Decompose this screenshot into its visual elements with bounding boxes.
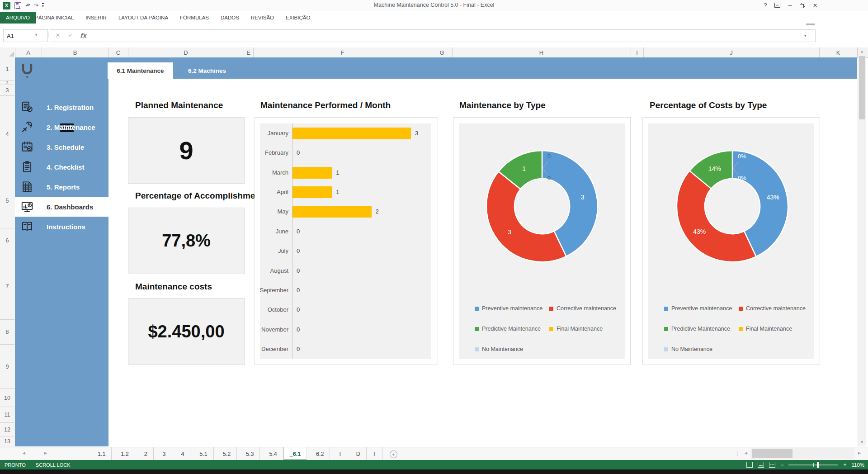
bar-value-label: 1 [336,189,339,195]
row-header-4[interactable]: 4 [0,96,14,173]
sidebar-item-3-schedule[interactable]: 3. Schedule [15,137,108,157]
sheet-tab-1-2[interactable]: _1.2 [112,447,135,460]
planned-maintenance-card: 9 [128,117,245,184]
sheet-tab-1-1[interactable]: _1.1 [89,447,112,460]
legend-label: Final Maintenance [746,326,792,332]
sidebar-item-6-dashboards[interactable]: 6. Dashboards [15,197,108,217]
help-icon[interactable]: ? [764,2,767,9]
formula-expand-icon[interactable]: ▾ [804,33,807,38]
name-box-dropdown-icon[interactable]: ▾ [35,33,37,37]
sheet-tab-5-3[interactable]: _5.3 [237,447,260,460]
hscroll-right-icon[interactable]: ► [857,450,862,455]
close-icon[interactable]: ✕ [813,2,817,9]
column-header-d[interactable]: D [128,47,244,57]
column-header-k[interactable]: K [819,47,858,57]
bar-segment [292,186,332,198]
zoom-slider[interactable] [788,465,838,465]
sheet-tab-6-2[interactable]: _6.2 [307,447,330,460]
sidebar-item-2-maintenance[interactable]: 2. Maintenance [15,117,108,137]
column-header-i[interactable]: I [631,47,644,57]
sheet-tab-i[interactable]: _I [330,447,347,460]
restore-icon[interactable] [800,3,805,8]
formula-input[interactable] [94,30,802,41]
page-layout-view-icon[interactable] [758,462,764,468]
sheet-tab-4[interactable]: _4 [172,447,191,460]
costs-value: $2.450,00 [148,322,224,341]
row-header-1[interactable]: 1 [0,57,14,81]
sheet-tab-5-2[interactable]: _5.2 [214,447,237,460]
column-header-g[interactable]: G [432,47,453,57]
row-header-8[interactable]: 8 [0,320,14,345]
sheet-nav-prev-icon[interactable]: ◄ [22,450,26,455]
sheet-tab-d[interactable]: _D [347,447,367,460]
column-header-h[interactable]: H [452,47,631,57]
zoom-in-icon[interactable]: + [843,462,846,468]
cancel-icon[interactable]: ✕ [52,30,64,41]
row-header-2[interactable]: 2 [0,81,14,85]
vertical-scrollbar[interactable]: ▲ ▼ [858,47,866,446]
zoom-slider-thumb[interactable] [817,462,819,468]
title-bar: X ↶▾ ↷▾ ▾ Machine Maintenance Control 5.… [0,0,868,11]
zoom-out-icon[interactable]: − [780,462,783,468]
normal-view-icon[interactable] [746,462,753,468]
legend-swatch [739,327,743,331]
sidebar-item-4-checklist[interactable]: 4. Checklist [15,157,108,177]
column-header-e[interactable]: E [244,47,254,57]
horizontal-scrollbar-thumb[interactable] [752,449,793,458]
column-header-a[interactable]: A [15,47,42,57]
accomplishment-value: 77,8% [162,231,211,251]
row-header-9[interactable]: 9 [0,345,14,389]
ribbon-tab-dados[interactable]: DADOS [215,12,245,24]
page-break-view-icon[interactable] [769,462,775,468]
legend-item-predictive-maintenance: Predictive Maintenance [475,325,541,332]
ribbon-tab-exibi-o[interactable]: EXIBIÇÃO [280,12,316,24]
ribbon-display-options-icon[interactable] [774,3,780,8]
row-header-11[interactable]: 11 [0,407,14,423]
enter-icon[interactable]: ✓ [65,30,76,41]
sidebar-item-5-reports[interactable]: 5. Reports [15,177,108,197]
add-sheet-icon[interactable]: + [390,450,397,458]
legend-item-final-maintenance: Final Maintenance [549,325,603,332]
minimize-icon[interactable]: ─ [788,2,792,9]
legend-item-preventive-maintenance: Preventive maintenance [475,305,542,312]
row-header-6[interactable]: 6 [0,228,14,253]
column-header-b[interactable]: B [42,47,109,57]
ribbon-tab-p-gina-inicial[interactable]: PÁGINA INICIAL [29,12,80,24]
sidebar-item-instructions[interactable]: Instructions [15,217,108,237]
sheet-nav-next-icon[interactable]: ► [43,450,48,455]
scroll-up-icon[interactable]: ▲ [858,47,866,55]
row-header-5[interactable]: 5 [0,173,14,228]
column-header-c[interactable]: C [108,47,128,57]
bar-value-label: 2 [376,208,379,215]
scroll-down-icon[interactable]: ▼ [858,438,866,446]
sidebar-item-1-registration[interactable]: 1. Registration [15,97,108,117]
sheet-tab-6-1[interactable]: _6.1 [283,447,307,460]
column-header-f[interactable]: F [253,47,432,57]
zoom-level[interactable]: 110% [851,462,864,468]
row-header-12[interactable]: 12 [0,423,14,436]
row-header-10[interactable]: 10 [0,389,14,407]
ribbon-tab-revis-o[interactable]: REVISÃO [245,12,280,24]
name-box[interactable]: A1 [3,29,48,42]
row-header-3[interactable]: 3 [0,85,14,96]
hscroll-left-icon[interactable]: ◄ [744,450,748,455]
row-header-7[interactable]: 7 [0,253,14,320]
row-header-13[interactable]: 13 [0,436,14,446]
ribbon-tab-layout-da-p-gina[interactable]: LAYOUT DA PÁGINA [113,12,174,24]
sheet-tab-5-1[interactable]: _5.1 [190,447,213,460]
ribbon-tab-f-rmulas[interactable]: FÓRMULAS [174,12,215,24]
column-header-j[interactable]: J [643,47,820,57]
bar-value-label: 0 [297,346,300,352]
ribbon-tab-inserir[interactable]: INSERIR [80,12,113,24]
bar-category-label: January [259,130,288,137]
sheet-tab-t[interactable]: T [367,447,382,460]
tab-6-2-machines[interactable]: 6.2 Machines [173,62,241,79]
sheet-tab-3[interactable]: _3 [154,447,172,460]
insert-function-icon[interactable]: fx [77,30,89,41]
select-all-corner[interactable] [0,47,15,57]
sheet-tab-2[interactable]: _2 [135,447,154,460]
legend-swatch [549,307,553,311]
sheet-tab-5-4[interactable]: _5.4 [260,447,283,460]
vertical-scrollbar-thumb[interactable] [859,56,865,119]
tab-6-1-maintenance[interactable]: 6.1 Maintenance [108,62,173,79]
